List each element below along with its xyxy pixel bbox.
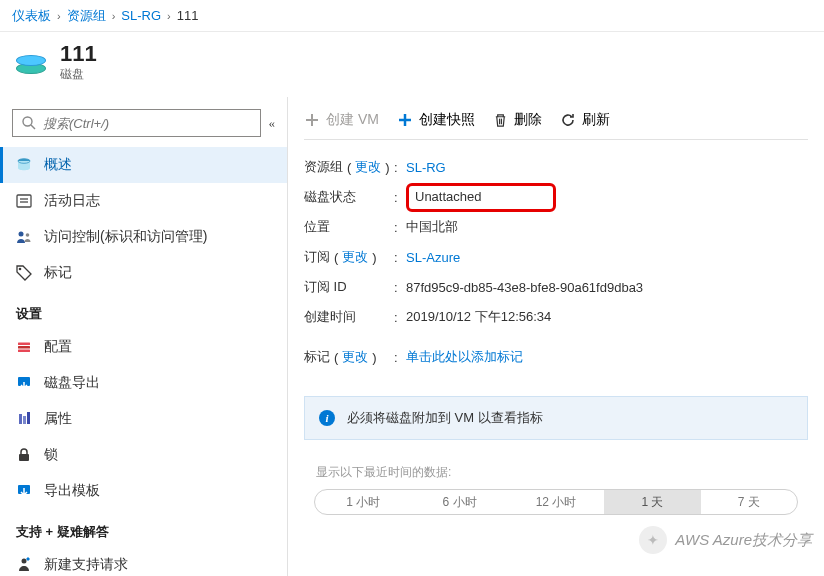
breadcrumb-item-resource-groups[interactable]: 资源组	[67, 7, 106, 25]
disk-icon	[14, 49, 48, 77]
pill-1h[interactable]: 1 小时	[315, 490, 411, 514]
prop-label-tags: 标记	[304, 348, 330, 366]
sidebar-item-label: 活动日志	[44, 192, 100, 210]
breadcrumb: 仪表板 › 资源组 › SL-RG › 111	[0, 0, 824, 32]
search-input[interactable]	[43, 116, 252, 131]
sidebar-item-label: 磁盘导出	[44, 374, 100, 392]
sidebar-item-export-template[interactable]: 导出模板	[0, 473, 287, 509]
sidebar-group-settings: 设置	[0, 291, 287, 329]
sidebar-item-activity-log[interactable]: 活动日志	[0, 183, 287, 219]
prop-value-subid: 87fd95c9-db85-43e8-bfe8-90a61fd9dba3	[406, 280, 643, 295]
pill-6h[interactable]: 6 小时	[411, 490, 507, 514]
prop-value-location: 中国北部	[406, 218, 458, 236]
sidebar: « 概述 活动日志 访问控制(标识和访问管理) 标记 设置 配置 磁盘导出	[0, 97, 288, 576]
refresh-icon	[560, 112, 576, 128]
timerange-pills: 1 小时 6 小时 12 小时 1 天 7 天	[312, 487, 800, 517]
toolbar-label: 创建 VM	[326, 111, 379, 129]
iam-icon	[16, 229, 32, 245]
sidebar-item-config[interactable]: 配置	[0, 329, 287, 365]
timerange-label: 显示以下最近时间的数据:	[288, 456, 824, 487]
delete-icon	[493, 113, 508, 128]
svg-point-9	[19, 268, 22, 271]
prop-label-location: 位置	[304, 218, 394, 236]
pill-12h[interactable]: 12 小时	[508, 490, 604, 514]
tag-icon	[16, 265, 32, 281]
sidebar-item-properties[interactable]: 属性	[0, 401, 287, 437]
svg-rect-15	[23, 416, 26, 424]
chevron-right-icon: ›	[112, 10, 116, 22]
change-tags-link[interactable]: 更改	[342, 348, 368, 366]
chevron-right-icon: ›	[167, 10, 171, 22]
toolbar: 创建 VM 创建快照 删除 刷新	[288, 107, 824, 139]
pill-1d[interactable]: 1 天	[604, 490, 700, 514]
toolbar-label: 创建快照	[419, 111, 475, 129]
plus-icon	[304, 112, 320, 128]
divider	[304, 139, 808, 140]
search-input-wrap[interactable]	[12, 109, 261, 137]
content-pane: 创建 VM 创建快照 删除 刷新 资源组 (更改) : SL-RG	[288, 97, 824, 576]
sidebar-item-label: 新建支持请求	[44, 556, 128, 574]
refresh-button[interactable]: 刷新	[560, 111, 610, 129]
pill-7d[interactable]: 7 天	[701, 490, 797, 514]
breadcrumb-item-current: 111	[177, 8, 199, 23]
change-subscription-link[interactable]: 更改	[342, 248, 368, 266]
sidebar-item-label: 访问控制(标识和访问管理)	[44, 228, 207, 246]
overview-icon	[16, 157, 32, 173]
prop-label-subscription: 订阅	[304, 248, 330, 266]
create-snapshot-button[interactable]: 创建快照	[397, 111, 475, 129]
svg-rect-16	[27, 412, 30, 424]
sidebar-item-lock[interactable]: 锁	[0, 437, 287, 473]
create-vm-button[interactable]: 创建 VM	[304, 111, 379, 129]
svg-point-0	[23, 117, 32, 126]
sidebar-item-label: 锁	[44, 446, 58, 464]
prop-value-rg[interactable]: SL-RG	[406, 160, 446, 175]
svg-point-8	[26, 233, 30, 237]
sidebar-item-disk-export[interactable]: 磁盘导出	[0, 365, 287, 401]
config-icon	[16, 339, 32, 355]
svg-rect-10	[18, 343, 30, 346]
page-title: 111	[60, 42, 97, 66]
collapse-icon[interactable]: «	[269, 115, 276, 131]
svg-point-19	[22, 559, 27, 564]
prop-label-status: 磁盘状态	[304, 188, 394, 206]
sidebar-item-iam[interactable]: 访问控制(标识和访问管理)	[0, 219, 287, 255]
info-banner-text: 必须将磁盘附加到 VM 以查看指标	[347, 409, 543, 427]
breadcrumb-item-rg[interactable]: SL-RG	[121, 8, 161, 23]
prop-label-subid: 订阅 ID	[304, 278, 394, 296]
info-icon: i	[319, 410, 335, 426]
prop-label-rg: 资源组	[304, 158, 343, 176]
sidebar-group-support: 支持 + 疑难解答	[0, 509, 287, 547]
disk-export-icon	[16, 375, 32, 391]
sidebar-item-tags[interactable]: 标记	[0, 255, 287, 291]
svg-point-7	[19, 232, 24, 237]
svg-rect-12	[18, 350, 30, 353]
prop-value-created: 2019/10/12 下午12:56:34	[406, 308, 551, 326]
sidebar-item-label: 配置	[44, 338, 72, 356]
svg-rect-14	[19, 414, 22, 424]
prop-value-tags[interactable]: 单击此处以添加标记	[406, 348, 523, 366]
sidebar-item-label: 标记	[44, 264, 72, 282]
properties-icon	[16, 411, 32, 427]
toolbar-label: 删除	[514, 111, 542, 129]
status-highlight: Unattached	[406, 183, 556, 212]
chevron-right-icon: ›	[57, 10, 61, 22]
change-rg-link[interactable]: 更改	[355, 158, 381, 176]
delete-button[interactable]: 删除	[493, 111, 542, 129]
sidebar-item-overview[interactable]: 概述	[0, 147, 287, 183]
svg-rect-11	[18, 346, 30, 349]
activity-log-icon	[16, 193, 32, 209]
lock-icon	[16, 447, 32, 463]
sidebar-item-new-support[interactable]: 新建支持请求	[0, 547, 287, 576]
breadcrumb-item-dashboard[interactable]: 仪表板	[12, 7, 51, 25]
page-header: 111 磁盘	[0, 32, 824, 97]
prop-value-subscription[interactable]: SL-Azure	[406, 250, 460, 265]
svg-rect-17	[19, 454, 29, 461]
info-banner: i 必须将磁盘附加到 VM 以查看指标	[304, 396, 808, 440]
svg-rect-4	[17, 195, 31, 207]
page-subtitle: 磁盘	[60, 66, 97, 83]
toolbar-label: 刷新	[582, 111, 610, 129]
svg-line-1	[31, 125, 35, 129]
sidebar-item-label: 导出模板	[44, 482, 100, 500]
properties-grid: 资源组 (更改) : SL-RG 磁盘状态 : Unattached 位置 : …	[288, 152, 824, 372]
prop-value-status: Unattached	[415, 189, 482, 204]
